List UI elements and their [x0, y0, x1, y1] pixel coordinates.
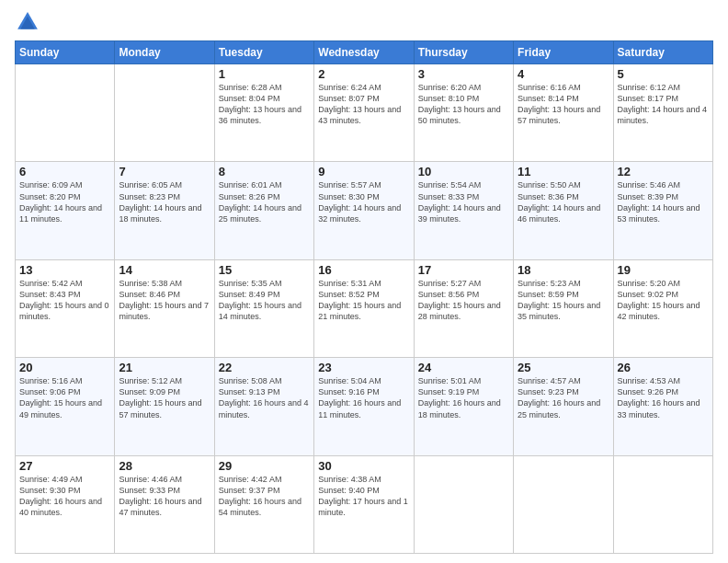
- day-info: Sunrise: 4:49 AMSunset: 9:30 PMDaylight:…: [19, 474, 110, 519]
- weekday-header: Saturday: [613, 41, 712, 64]
- day-info: Sunrise: 4:42 AMSunset: 9:37 PMDaylight:…: [219, 474, 310, 519]
- day-info: Sunrise: 6:28 AMSunset: 8:04 PMDaylight:…: [219, 82, 310, 127]
- calendar-week-row: 27Sunrise: 4:49 AMSunset: 9:30 PMDayligh…: [16, 455, 713, 553]
- calendar-cell: 25Sunrise: 4:57 AMSunset: 9:23 PMDayligh…: [514, 358, 613, 455]
- day-number: 26: [618, 361, 709, 374]
- calendar-cell: 13Sunrise: 5:42 AMSunset: 8:43 PMDayligh…: [16, 259, 115, 357]
- day-number: 4: [518, 67, 609, 81]
- day-number: 5: [618, 67, 709, 81]
- day-number: 17: [418, 263, 509, 277]
- day-info: Sunrise: 5:42 AMSunset: 8:43 PMDaylight:…: [19, 278, 110, 323]
- weekday-header: Wednesday: [314, 41, 414, 64]
- day-number: 7: [119, 165, 210, 178]
- day-info: Sunrise: 6:16 AMSunset: 8:14 PMDaylight:…: [518, 82, 609, 127]
- calendar-cell: 23Sunrise: 5:04 AMSunset: 9:16 PMDayligh…: [314, 358, 414, 455]
- calendar-header-row: SundayMondayTuesdayWednesdayThursdayFrid…: [16, 41, 713, 64]
- calendar-week-row: 1Sunrise: 6:28 AMSunset: 8:04 PMDaylight…: [16, 64, 713, 162]
- calendar-cell: 3Sunrise: 6:20 AMSunset: 8:10 PMDaylight…: [414, 64, 513, 162]
- calendar-cell: 4Sunrise: 6:16 AMSunset: 8:14 PMDaylight…: [514, 64, 613, 162]
- day-info: Sunrise: 5:12 AMSunset: 9:09 PMDaylight:…: [119, 375, 210, 420]
- day-number: 20: [19, 361, 110, 374]
- calendar-cell: 22Sunrise: 5:08 AMSunset: 9:13 PMDayligh…: [214, 358, 313, 455]
- day-info: Sunrise: 5:35 AMSunset: 8:49 PMDaylight:…: [219, 278, 310, 323]
- day-info: Sunrise: 5:01 AMSunset: 9:19 PMDaylight:…: [418, 375, 509, 420]
- weekday-header: Thursday: [414, 41, 513, 64]
- day-number: 23: [318, 361, 409, 374]
- calendar-cell: 21Sunrise: 5:12 AMSunset: 9:09 PMDayligh…: [115, 358, 214, 455]
- day-info: Sunrise: 5:04 AMSunset: 9:16 PMDaylight:…: [318, 375, 409, 420]
- calendar-cell: 27Sunrise: 4:49 AMSunset: 9:30 PMDayligh…: [16, 455, 115, 553]
- calendar-cell: 19Sunrise: 5:20 AMSunset: 9:02 PMDayligh…: [613, 259, 712, 357]
- day-number: 14: [119, 263, 210, 277]
- day-info: Sunrise: 6:09 AMSunset: 8:20 PMDaylight:…: [19, 179, 110, 224]
- day-number: 18: [518, 263, 609, 277]
- calendar-cell: 17Sunrise: 5:27 AMSunset: 8:56 PMDayligh…: [414, 259, 513, 357]
- day-number: 9: [318, 165, 409, 178]
- day-info: Sunrise: 6:20 AMSunset: 8:10 PMDaylight:…: [418, 82, 509, 127]
- day-info: Sunrise: 6:24 AMSunset: 8:07 PMDaylight:…: [318, 82, 409, 127]
- day-info: Sunrise: 5:27 AMSunset: 8:56 PMDaylight:…: [418, 278, 509, 323]
- day-number: 6: [19, 165, 110, 178]
- day-info: Sunrise: 5:57 AMSunset: 8:30 PMDaylight:…: [318, 179, 409, 224]
- day-number: 29: [219, 459, 310, 473]
- day-info: Sunrise: 6:12 AMSunset: 8:17 PMDaylight:…: [618, 82, 709, 127]
- calendar-cell: 30Sunrise: 4:38 AMSunset: 9:40 PMDayligh…: [314, 455, 414, 553]
- logo: [15, 9, 44, 35]
- calendar-cell: [115, 64, 214, 162]
- day-info: Sunrise: 5:54 AMSunset: 8:33 PMDaylight:…: [418, 179, 509, 224]
- weekday-header: Sunday: [16, 41, 115, 64]
- day-number: 25: [518, 361, 609, 374]
- day-number: 8: [219, 165, 310, 178]
- day-info: Sunrise: 5:23 AMSunset: 8:59 PMDaylight:…: [518, 278, 609, 323]
- day-info: Sunrise: 6:05 AMSunset: 8:23 PMDaylight:…: [119, 179, 210, 224]
- weekday-header: Friday: [514, 41, 613, 64]
- weekday-header: Monday: [115, 41, 214, 64]
- calendar-cell: [613, 455, 712, 553]
- logo-icon: [15, 9, 40, 35]
- calendar-cell: [414, 455, 513, 553]
- calendar-cell: 7Sunrise: 6:05 AMSunset: 8:23 PMDaylight…: [115, 162, 214, 259]
- day-info: Sunrise: 5:38 AMSunset: 8:46 PMDaylight:…: [119, 278, 210, 323]
- calendar-cell: 15Sunrise: 5:35 AMSunset: 8:49 PMDayligh…: [214, 259, 313, 357]
- calendar-cell: [16, 64, 115, 162]
- day-number: 3: [418, 67, 509, 81]
- calendar-table: SundayMondayTuesdayWednesdayThursdayFrid…: [15, 40, 713, 554]
- calendar-cell: 8Sunrise: 6:01 AMSunset: 8:26 PMDaylight…: [214, 162, 313, 259]
- day-number: 21: [119, 361, 210, 374]
- calendar-week-row: 13Sunrise: 5:42 AMSunset: 8:43 PMDayligh…: [16, 259, 713, 357]
- day-info: Sunrise: 5:31 AMSunset: 8:52 PMDaylight:…: [318, 278, 409, 323]
- day-number: 12: [618, 165, 709, 178]
- calendar-cell: 6Sunrise: 6:09 AMSunset: 8:20 PMDaylight…: [16, 162, 115, 259]
- calendar-cell: 9Sunrise: 5:57 AMSunset: 8:30 PMDaylight…: [314, 162, 414, 259]
- calendar-cell: 26Sunrise: 4:53 AMSunset: 9:26 PMDayligh…: [613, 358, 712, 455]
- calendar-cell: 10Sunrise: 5:54 AMSunset: 8:33 PMDayligh…: [414, 162, 513, 259]
- calendar-cell: 12Sunrise: 5:46 AMSunset: 8:39 PMDayligh…: [613, 162, 712, 259]
- day-number: 1: [219, 67, 310, 81]
- calendar-cell: 5Sunrise: 6:12 AMSunset: 8:17 PMDaylight…: [613, 64, 712, 162]
- day-info: Sunrise: 5:50 AMSunset: 8:36 PMDaylight:…: [518, 179, 609, 224]
- day-number: 19: [618, 263, 709, 277]
- calendar-cell: 14Sunrise: 5:38 AMSunset: 8:46 PMDayligh…: [115, 259, 214, 357]
- calendar-cell: [514, 455, 613, 553]
- day-number: 15: [219, 263, 310, 277]
- day-info: Sunrise: 5:16 AMSunset: 9:06 PMDaylight:…: [19, 375, 110, 420]
- day-number: 28: [119, 459, 210, 473]
- calendar-cell: 20Sunrise: 5:16 AMSunset: 9:06 PMDayligh…: [16, 358, 115, 455]
- day-number: 27: [19, 459, 110, 473]
- header: [15, 9, 713, 35]
- day-number: 16: [318, 263, 409, 277]
- calendar-cell: 29Sunrise: 4:42 AMSunset: 9:37 PMDayligh…: [214, 455, 313, 553]
- calendar-week-row: 6Sunrise: 6:09 AMSunset: 8:20 PMDaylight…: [16, 162, 713, 259]
- calendar-week-row: 20Sunrise: 5:16 AMSunset: 9:06 PMDayligh…: [16, 358, 713, 455]
- day-info: Sunrise: 5:08 AMSunset: 9:13 PMDaylight:…: [219, 375, 310, 420]
- calendar-cell: 28Sunrise: 4:46 AMSunset: 9:33 PMDayligh…: [115, 455, 214, 553]
- page: SundayMondayTuesdayWednesdayThursdayFrid…: [0, 0, 728, 563]
- day-info: Sunrise: 4:53 AMSunset: 9:26 PMDaylight:…: [618, 375, 709, 420]
- calendar-cell: 1Sunrise: 6:28 AMSunset: 8:04 PMDaylight…: [214, 64, 313, 162]
- day-number: 10: [418, 165, 509, 178]
- day-info: Sunrise: 4:57 AMSunset: 9:23 PMDaylight:…: [518, 375, 609, 420]
- day-number: 30: [318, 459, 409, 473]
- day-info: Sunrise: 5:46 AMSunset: 8:39 PMDaylight:…: [618, 179, 709, 224]
- day-number: 24: [418, 361, 509, 374]
- day-number: 13: [19, 263, 110, 277]
